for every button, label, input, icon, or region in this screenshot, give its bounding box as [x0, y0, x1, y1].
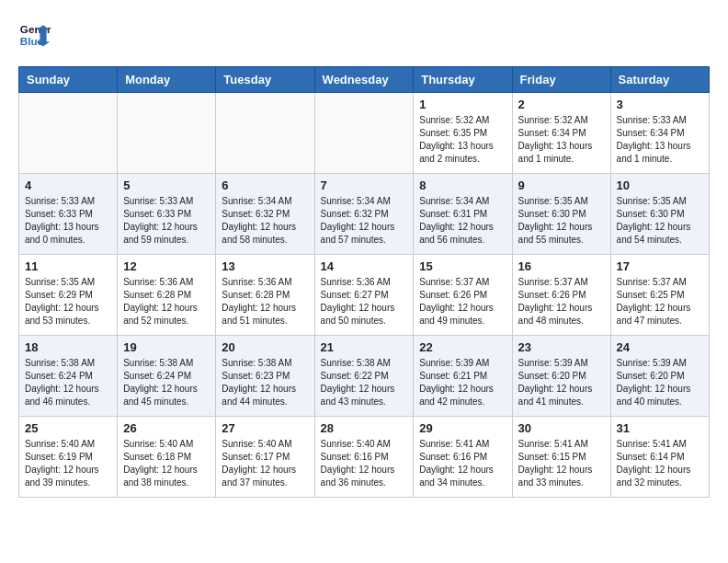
- weekday-header-thursday: Thursday: [414, 67, 512, 93]
- calendar-day-1: 1Sunrise: 5:32 AM Sunset: 6:35 PM Daylig…: [414, 93, 512, 174]
- calendar-day-8: 8Sunrise: 5:34 AM Sunset: 6:31 PM Daylig…: [414, 174, 512, 255]
- day-number: 11: [25, 259, 111, 273]
- weekday-header-monday: Monday: [118, 67, 216, 93]
- day-info: Sunrise: 5:35 AM Sunset: 6:30 PM Dayligh…: [617, 195, 703, 247]
- day-info: Sunrise: 5:35 AM Sunset: 6:29 PM Dayligh…: [25, 276, 111, 327]
- day-number: 23: [518, 340, 605, 354]
- day-number: 10: [617, 178, 703, 192]
- day-number: 2: [518, 98, 605, 111]
- day-info: Sunrise: 5:40 AM Sunset: 6:17 PM Dayligh…: [222, 438, 308, 489]
- calendar-week-row: 11Sunrise: 5:35 AM Sunset: 6:29 PM Dayli…: [19, 255, 710, 336]
- day-number: 30: [518, 421, 605, 435]
- day-info: Sunrise: 5:34 AM Sunset: 6:32 PM Dayligh…: [222, 195, 308, 247]
- day-info: Sunrise: 5:34 AM Sunset: 6:31 PM Dayligh…: [419, 195, 506, 247]
- calendar-day-26: 26Sunrise: 5:40 AM Sunset: 6:18 PM Dayli…: [118, 417, 216, 498]
- calendar-week-row: 1Sunrise: 5:32 AM Sunset: 6:35 PM Daylig…: [19, 93, 710, 174]
- calendar-day-21: 21Sunrise: 5:38 AM Sunset: 6:22 PM Dayli…: [314, 336, 414, 417]
- day-number: 3: [617, 98, 703, 111]
- calendar-day-29: 29Sunrise: 5:41 AM Sunset: 6:16 PM Dayli…: [414, 417, 512, 498]
- day-info: Sunrise: 5:33 AM Sunset: 6:33 PM Dayligh…: [25, 195, 111, 247]
- day-number: 4: [25, 178, 111, 192]
- day-number: 31: [617, 421, 703, 435]
- day-info: Sunrise: 5:38 AM Sunset: 6:23 PM Dayligh…: [222, 357, 308, 408]
- calendar-day-31: 31Sunrise: 5:41 AM Sunset: 6:14 PM Dayli…: [610, 417, 709, 498]
- day-number: 12: [123, 259, 210, 273]
- day-info: Sunrise: 5:34 AM Sunset: 6:32 PM Dayligh…: [321, 195, 408, 247]
- day-number: 26: [123, 421, 210, 435]
- day-number: 7: [321, 178, 408, 192]
- calendar-day-4: 4Sunrise: 5:33 AM Sunset: 6:33 PM Daylig…: [19, 174, 118, 255]
- calendar-day-7: 7Sunrise: 5:34 AM Sunset: 6:32 PM Daylig…: [314, 174, 414, 255]
- calendar-day-25: 25Sunrise: 5:40 AM Sunset: 6:19 PM Dayli…: [19, 417, 118, 498]
- calendar-day-3: 3Sunrise: 5:33 AM Sunset: 6:34 PM Daylig…: [610, 93, 709, 174]
- day-number: 24: [617, 340, 703, 354]
- day-info: Sunrise: 5:32 AM Sunset: 6:35 PM Dayligh…: [419, 114, 506, 166]
- day-info: Sunrise: 5:33 AM Sunset: 6:34 PM Dayligh…: [617, 114, 703, 166]
- calendar-empty-cell: [314, 93, 414, 174]
- calendar-day-2: 2Sunrise: 5:32 AM Sunset: 6:34 PM Daylig…: [512, 93, 610, 174]
- day-info: Sunrise: 5:41 AM Sunset: 6:15 PM Dayligh…: [518, 438, 605, 489]
- day-info: Sunrise: 5:36 AM Sunset: 6:28 PM Dayligh…: [222, 276, 308, 327]
- calendar-day-6: 6Sunrise: 5:34 AM Sunset: 6:32 PM Daylig…: [216, 174, 314, 255]
- day-info: Sunrise: 5:39 AM Sunset: 6:20 PM Dayligh…: [518, 357, 605, 408]
- day-info: Sunrise: 5:38 AM Sunset: 6:24 PM Dayligh…: [25, 357, 111, 408]
- calendar-day-24: 24Sunrise: 5:39 AM Sunset: 6:20 PM Dayli…: [610, 336, 709, 417]
- calendar-day-11: 11Sunrise: 5:35 AM Sunset: 6:29 PM Dayli…: [19, 255, 118, 336]
- day-info: Sunrise: 5:35 AM Sunset: 6:30 PM Dayligh…: [518, 195, 605, 247]
- weekday-header-sunday: Sunday: [19, 67, 118, 93]
- weekday-header-saturday: Saturday: [610, 67, 709, 93]
- calendar-day-15: 15Sunrise: 5:37 AM Sunset: 6:26 PM Dayli…: [414, 255, 512, 336]
- day-info: Sunrise: 5:40 AM Sunset: 6:16 PM Dayligh…: [321, 438, 408, 489]
- weekday-header-wednesday: Wednesday: [314, 67, 414, 93]
- calendar-day-27: 27Sunrise: 5:40 AM Sunset: 6:17 PM Dayli…: [216, 417, 314, 498]
- day-number: 1: [419, 98, 506, 111]
- day-info: Sunrise: 5:41 AM Sunset: 6:14 PM Dayligh…: [617, 438, 703, 489]
- calendar-day-30: 30Sunrise: 5:41 AM Sunset: 6:15 PM Dayli…: [512, 417, 610, 498]
- day-info: Sunrise: 5:37 AM Sunset: 6:26 PM Dayligh…: [518, 276, 605, 327]
- day-number: 18: [25, 340, 111, 354]
- day-number: 17: [617, 259, 703, 273]
- day-number: 29: [419, 421, 506, 435]
- day-number: 22: [419, 340, 506, 354]
- day-number: 21: [321, 340, 408, 354]
- calendar-day-10: 10Sunrise: 5:35 AM Sunset: 6:30 PM Dayli…: [610, 174, 709, 255]
- calendar-week-row: 18Sunrise: 5:38 AM Sunset: 6:24 PM Dayli…: [19, 336, 710, 417]
- day-info: Sunrise: 5:36 AM Sunset: 6:27 PM Dayligh…: [321, 276, 408, 327]
- day-info: Sunrise: 5:33 AM Sunset: 6:33 PM Dayligh…: [123, 195, 210, 247]
- weekday-header-tuesday: Tuesday: [216, 67, 314, 93]
- calendar-day-12: 12Sunrise: 5:36 AM Sunset: 6:28 PM Dayli…: [118, 255, 216, 336]
- calendar-day-18: 18Sunrise: 5:38 AM Sunset: 6:24 PM Dayli…: [19, 336, 118, 417]
- day-number: 6: [222, 178, 308, 192]
- day-number: 27: [222, 421, 308, 435]
- day-number: 25: [25, 421, 111, 435]
- day-number: 28: [321, 421, 408, 435]
- calendar-week-row: 25Sunrise: 5:40 AM Sunset: 6:19 PM Dayli…: [19, 417, 710, 498]
- day-info: Sunrise: 5:38 AM Sunset: 6:24 PM Dayligh…: [123, 357, 210, 408]
- day-info: Sunrise: 5:39 AM Sunset: 6:21 PM Dayligh…: [419, 357, 506, 408]
- calendar-empty-cell: [216, 93, 314, 174]
- calendar-day-22: 22Sunrise: 5:39 AM Sunset: 6:21 PM Dayli…: [414, 336, 512, 417]
- calendar-day-20: 20Sunrise: 5:38 AM Sunset: 6:23 PM Dayli…: [216, 336, 314, 417]
- weekday-header-friday: Friday: [512, 67, 610, 93]
- calendar-day-16: 16Sunrise: 5:37 AM Sunset: 6:26 PM Dayli…: [512, 255, 610, 336]
- calendar-empty-cell: [19, 93, 118, 174]
- calendar-day-13: 13Sunrise: 5:36 AM Sunset: 6:28 PM Dayli…: [216, 255, 314, 336]
- day-info: Sunrise: 5:41 AM Sunset: 6:16 PM Dayligh…: [419, 438, 506, 489]
- day-number: 8: [419, 178, 506, 192]
- day-number: 9: [518, 178, 605, 192]
- weekday-header-row: SundayMondayTuesdayWednesdayThursdayFrid…: [19, 67, 710, 93]
- calendar-day-14: 14Sunrise: 5:36 AM Sunset: 6:27 PM Dayli…: [314, 255, 414, 336]
- day-number: 15: [419, 259, 506, 273]
- day-info: Sunrise: 5:37 AM Sunset: 6:26 PM Dayligh…: [419, 276, 506, 327]
- calendar-day-28: 28Sunrise: 5:40 AM Sunset: 6:16 PM Dayli…: [314, 417, 414, 498]
- day-info: Sunrise: 5:40 AM Sunset: 6:18 PM Dayligh…: [123, 438, 210, 489]
- page-header: General Blue: [18, 18, 710, 52]
- day-info: Sunrise: 5:37 AM Sunset: 6:25 PM Dayligh…: [617, 276, 703, 327]
- day-info: Sunrise: 5:38 AM Sunset: 6:22 PM Dayligh…: [321, 357, 408, 408]
- calendar-table: SundayMondayTuesdayWednesdayThursdayFrid…: [18, 66, 710, 498]
- day-info: Sunrise: 5:40 AM Sunset: 6:19 PM Dayligh…: [25, 438, 111, 489]
- day-info: Sunrise: 5:36 AM Sunset: 6:28 PM Dayligh…: [123, 276, 210, 327]
- calendar-day-17: 17Sunrise: 5:37 AM Sunset: 6:25 PM Dayli…: [610, 255, 709, 336]
- day-number: 5: [123, 178, 210, 192]
- day-number: 13: [222, 259, 308, 273]
